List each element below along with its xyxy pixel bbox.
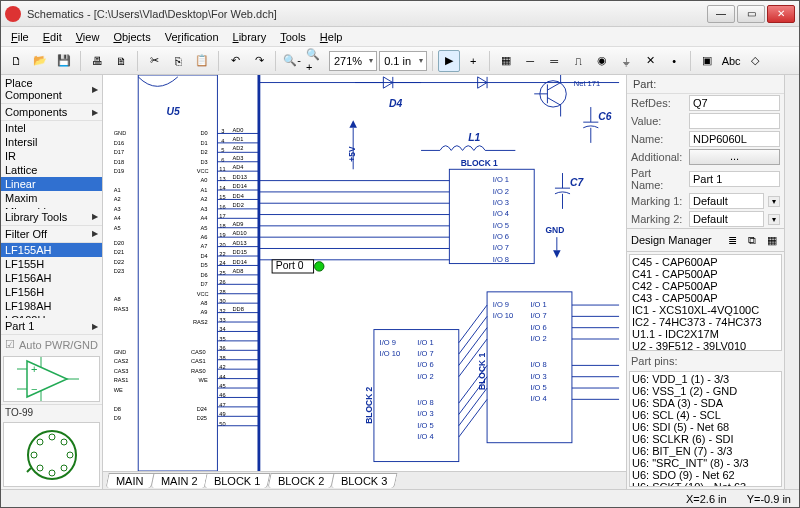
copy-icon[interactable]: ⎘ bbox=[167, 50, 189, 72]
cut-icon[interactable]: ✂ bbox=[143, 50, 165, 72]
net-icon[interactable]: ⎍ bbox=[567, 50, 589, 72]
power-icon[interactable]: ⏚ bbox=[615, 50, 637, 72]
list-item[interactable]: C42 - CAP500AP bbox=[632, 280, 779, 292]
pointer-icon[interactable]: ▶ bbox=[438, 50, 460, 72]
dm-list-icon[interactable]: ≣ bbox=[724, 232, 740, 248]
menu-file[interactable]: File bbox=[5, 29, 35, 45]
shape-icon[interactable]: ◇ bbox=[744, 50, 766, 72]
part1-header[interactable]: Part 1▶ bbox=[1, 318, 102, 335]
list-item[interactable]: U6: SDA (3) - SDA bbox=[632, 397, 779, 409]
list-item[interactable]: C45 - CAP600AP bbox=[632, 256, 779, 268]
part-pins-list[interactable]: U6: VDD_1 (1) - 3/3U6: VSS_1 (2) - GNDU6… bbox=[629, 371, 782, 487]
auto-pwr-gnd-checkbox[interactable]: ☑Auto PWR/GND bbox=[1, 335, 102, 354]
dm-grid-icon[interactable]: ▦ bbox=[764, 232, 780, 248]
open-file-icon[interactable]: 📂 bbox=[29, 50, 51, 72]
value-input[interactable] bbox=[689, 113, 780, 129]
bus-icon[interactable]: ═ bbox=[543, 50, 565, 72]
list-item[interactable]: IC2 - 74HC373 - 74HC373 bbox=[632, 316, 779, 328]
zoom-out-icon[interactable]: 🔍- bbox=[281, 50, 303, 72]
svg-text:+5V: +5V bbox=[347, 146, 357, 162]
additional-button[interactable]: ... bbox=[689, 149, 780, 165]
menu-objects[interactable]: Objects bbox=[107, 29, 156, 45]
part-item[interactable]: LF198AH bbox=[1, 299, 102, 313]
port-icon[interactable]: ◉ bbox=[591, 50, 613, 72]
zoom-in-icon[interactable]: 🔍+ bbox=[305, 50, 327, 72]
tab-main[interactable]: MAIN bbox=[105, 473, 154, 488]
library-tools-header[interactable]: Library Tools▶ bbox=[1, 209, 102, 226]
crosshair-icon[interactable]: + bbox=[462, 50, 484, 72]
place-component-header[interactable]: Place Component▶ bbox=[1, 75, 102, 104]
maximize-button[interactable]: ▭ bbox=[737, 5, 765, 23]
vertical-scrollbar[interactable] bbox=[784, 75, 799, 489]
list-item[interactable]: IC1 - XCS10XL-4VQ100C bbox=[632, 304, 779, 316]
vendor-item[interactable]: Intersil bbox=[1, 135, 102, 149]
grid-select[interactable]: 0.1 in bbox=[379, 51, 427, 71]
design-manager-list[interactable]: C45 - CAP600APC41 - CAP500APC42 - CAP500… bbox=[629, 254, 782, 351]
preview-icon[interactable]: 🗎 bbox=[110, 50, 132, 72]
menu-library[interactable]: Library bbox=[227, 29, 273, 45]
text-icon[interactable]: Abc bbox=[720, 50, 742, 72]
partname-input[interactable]: Part 1 bbox=[689, 171, 780, 187]
menu-tools[interactable]: Tools bbox=[274, 29, 312, 45]
undo-icon[interactable]: ↶ bbox=[224, 50, 246, 72]
vendor-item[interactable]: Maxim bbox=[1, 191, 102, 205]
minimize-button[interactable]: — bbox=[707, 5, 735, 23]
marking2-select[interactable]: Default bbox=[689, 211, 764, 227]
noconn-icon[interactable]: ✕ bbox=[639, 50, 661, 72]
close-button[interactable]: ✕ bbox=[767, 5, 795, 23]
part-list[interactable]: LF155AH LF155H LF156AH LF156H LF198AH LC… bbox=[1, 243, 102, 318]
component-icon[interactable]: ▦ bbox=[495, 50, 517, 72]
hier-icon[interactable]: ▣ bbox=[696, 50, 718, 72]
menu-view[interactable]: View bbox=[70, 29, 106, 45]
vendor-item[interactable]: IR bbox=[1, 149, 102, 163]
tab-block2[interactable]: BLOCK 2 bbox=[267, 473, 335, 488]
vendor-list[interactable]: Intel Intersil IR Lattice Linear Maxim M… bbox=[1, 121, 102, 209]
list-item[interactable]: U6: VSS_1 (2) - GND bbox=[632, 385, 779, 397]
vendor-item[interactable]: Lattice bbox=[1, 163, 102, 177]
new-file-icon[interactable]: 🗋 bbox=[5, 50, 27, 72]
tab-block3[interactable]: BLOCK 3 bbox=[331, 473, 399, 488]
dm-tree-icon[interactable]: ⧉ bbox=[744, 232, 760, 248]
list-item[interactable]: U6: SCLKR (6) - SDI bbox=[632, 433, 779, 445]
list-item[interactable]: U6: SCL (4) - SCL bbox=[632, 409, 779, 421]
menu-verification[interactable]: Verification bbox=[159, 29, 225, 45]
list-item[interactable]: C41 - CAP500AP bbox=[632, 268, 779, 280]
list-item[interactable]: U2 - 39F512 - 39LV010 bbox=[632, 340, 779, 351]
list-item[interactable]: U6: SDO (9) - Net 62 bbox=[632, 469, 779, 481]
tab-block1[interactable]: BLOCK 1 bbox=[204, 473, 272, 488]
refdes-input[interactable]: Q7 bbox=[689, 95, 780, 111]
tab-main2[interactable]: MAIN 2 bbox=[150, 473, 208, 488]
zoom-select[interactable]: 271% bbox=[329, 51, 377, 71]
part-item[interactable]: LF156H bbox=[1, 285, 102, 299]
wire-icon[interactable]: ─ bbox=[519, 50, 541, 72]
list-item[interactable]: U6: "SRC_INT" (8) - 3/3 bbox=[632, 457, 779, 469]
marking1-select[interactable]: Default bbox=[689, 193, 764, 209]
schematic-canvas[interactable]: .w{stroke:#1030a0;stroke-width:1;fill:no… bbox=[103, 75, 626, 471]
paste-icon[interactable]: 📋 bbox=[191, 50, 213, 72]
part-item[interactable]: LF155H bbox=[1, 257, 102, 271]
part-item-selected[interactable]: LF155AH bbox=[1, 243, 102, 257]
save-icon[interactable]: 💾 bbox=[53, 50, 75, 72]
vendor-item-selected[interactable]: Linear bbox=[1, 177, 102, 191]
list-item[interactable]: U6: VDD_1 (1) - 3/3 bbox=[632, 373, 779, 385]
svg-text:CAS3: CAS3 bbox=[114, 368, 129, 374]
junction-icon[interactable]: • bbox=[663, 50, 685, 72]
list-item[interactable]: U6: SCKT (10) - Net 63 bbox=[632, 481, 779, 487]
chevron-down-icon[interactable]: ▾ bbox=[768, 214, 780, 225]
list-item[interactable]: U6: BIT_EN (7) - 3/3 bbox=[632, 445, 779, 457]
vendor-item[interactable]: Intel bbox=[1, 121, 102, 135]
filter-header[interactable]: Filter Off▶ bbox=[1, 226, 102, 243]
part-item[interactable]: LF156AH bbox=[1, 271, 102, 285]
components-header[interactable]: Components▶ bbox=[1, 104, 102, 121]
svg-text:I/O 1: I/O 1 bbox=[493, 175, 509, 184]
list-item[interactable]: U6: SDI (5) - Net 68 bbox=[632, 421, 779, 433]
name-input[interactable]: NDP6060L bbox=[689, 131, 780, 147]
list-item[interactable]: C43 - CAP500AP bbox=[632, 292, 779, 304]
list-item[interactable]: U1.1 - IDC2X17M bbox=[632, 328, 779, 340]
print-icon[interactable]: 🖶 bbox=[86, 50, 108, 72]
chevron-down-icon[interactable]: ▾ bbox=[768, 196, 780, 207]
status-bar: X=2.6 in Y=-0.9 in bbox=[1, 489, 799, 507]
menu-edit[interactable]: Edit bbox=[37, 29, 68, 45]
menu-help[interactable]: Help bbox=[314, 29, 349, 45]
redo-icon[interactable]: ↷ bbox=[248, 50, 270, 72]
